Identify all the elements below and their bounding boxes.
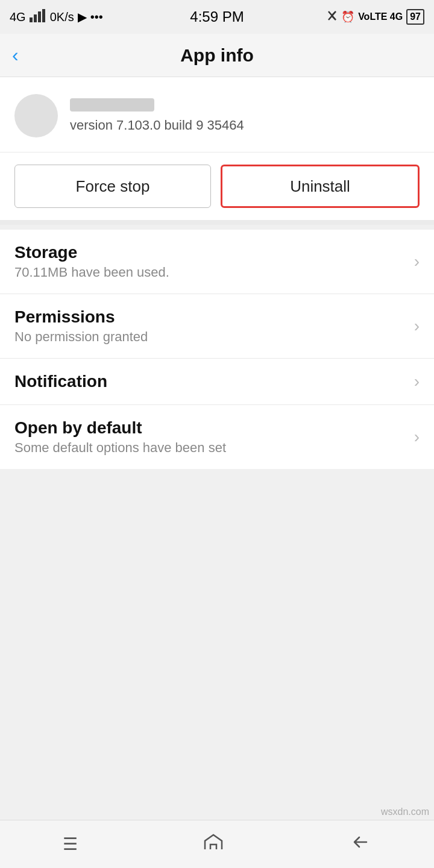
notification-chevron: › [414, 372, 420, 391]
back-nav-icon[interactable] [350, 833, 371, 855]
svg-rect-2 [38, 11, 41, 22]
app-name-blurred [70, 98, 154, 112]
svg-rect-0 [30, 17, 33, 22]
cast-icon: ▶ [78, 10, 87, 24]
svg-rect-1 [34, 14, 37, 22]
notification-item[interactable]: Notification › [0, 359, 434, 405]
alarm-icon: ⏰ [341, 10, 354, 24]
open-by-default-item[interactable]: Open by default Some default options hav… [0, 405, 434, 469]
notification-content: Notification [14, 372, 107, 391]
watermark: wsxdn.com [381, 807, 429, 817]
menu-icon[interactable]: ☰ [63, 834, 78, 854]
lte-indicator: VoLTE 4G [358, 11, 403, 22]
top-nav: ‹ App info [0, 34, 434, 77]
settings-list: Storage 70.11MB have been used. › Permis… [0, 230, 434, 469]
storage-subtitle: 70.11MB have been used. [14, 265, 169, 280]
app-version: version 7.103.0 build 9 35464 [70, 118, 244, 133]
permissions-chevron: › [414, 316, 420, 336]
bottom-nav: ☰ [0, 820, 434, 868]
bluetooth-icon [327, 8, 338, 26]
network-indicator: 4G [10, 10, 26, 24]
app-header: version 7.103.0 build 9 35464 [0, 77, 434, 153]
permissions-title: Permissions [14, 307, 148, 327]
open-by-default-chevron: › [414, 427, 420, 447]
storage-title: Storage [14, 243, 169, 262]
open-by-default-content: Open by default Some default options hav… [14, 418, 226, 456]
page-title: App info [180, 45, 254, 66]
status-time: 4:59 PM [190, 8, 244, 25]
status-right: ⏰ VoLTE 4G 97 [327, 8, 424, 26]
svg-rect-3 [42, 9, 45, 22]
action-buttons: Force stop Uninstall [0, 153, 434, 225]
speed-indicator: 0K/s [50, 10, 74, 24]
notification-title: Notification [14, 372, 107, 391]
more-icon: ••• [90, 10, 103, 24]
app-details: version 7.103.0 build 9 35464 [70, 98, 244, 133]
force-stop-button[interactable]: Force stop [14, 165, 211, 208]
storage-content: Storage 70.11MB have been used. [14, 243, 169, 280]
status-bar: 4G 0K/s ▶ ••• 4:59 PM ⏰ VoLTE 4G 97 [0, 0, 434, 34]
back-button[interactable]: ‹ [12, 44, 19, 66]
status-left: 4G 0K/s ▶ ••• [10, 9, 103, 25]
permissions-content: Permissions No permission granted [14, 307, 148, 345]
storage-item[interactable]: Storage 70.11MB have been used. › [0, 230, 434, 294]
permissions-item[interactable]: Permissions No permission granted › [0, 294, 434, 359]
storage-chevron: › [414, 252, 420, 271]
permissions-subtitle: No permission granted [14, 329, 148, 345]
signal-bars [30, 9, 46, 25]
home-icon[interactable] [203, 832, 224, 857]
battery-indicator: 97 [406, 9, 424, 25]
app-icon [14, 94, 58, 137]
open-by-default-subtitle: Some default options have been set [14, 440, 226, 456]
uninstall-button[interactable]: Uninstall [221, 165, 420, 208]
open-by-default-title: Open by default [14, 418, 226, 438]
